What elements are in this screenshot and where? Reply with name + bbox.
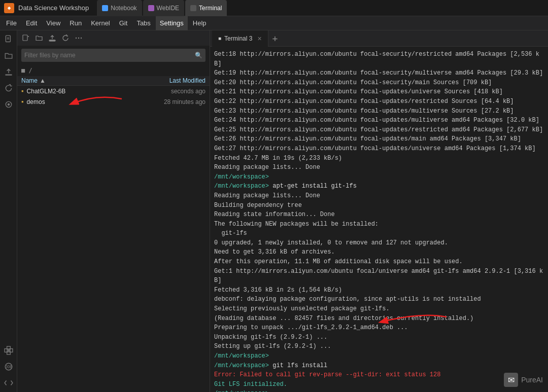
terminal-line: Reading package lists... Done [214, 191, 544, 201]
terminal-tab-icon: ■ [218, 35, 221, 41]
menu-settings[interactable]: Settings [156, 16, 188, 30]
terminal-line: Fetched 3,316 kB in 2s (1,564 kB/s) [214, 286, 544, 295]
file-modified-header[interactable]: Last Modified [140, 77, 206, 84]
terminal-line: Reading package lists... Done [214, 163, 544, 172]
folder-icon-demos: ▪ [21, 98, 24, 105]
search-input[interactable] [24, 52, 195, 59]
file-row-demos[interactable]: ▪ demos 28 minutes ago [17, 96, 210, 107]
svg-rect-3 [5, 75, 12, 76]
webide-icon [148, 5, 154, 11]
menu-file[interactable]: File [2, 16, 21, 30]
file-name-chatglm: ▪ ChatGLM2-6B [21, 87, 140, 95]
terminal-line: Get:23 http://mirrors.aliyun.com/ubuntu … [214, 106, 544, 116]
file-name-header[interactable]: Name ▲ [21, 77, 140, 84]
terminal-line: Get:18 http://mirrors.aliyun.com/ubuntu … [214, 50, 544, 68]
terminal-line: Get:26 http://mirrors.aliyun.com/ubuntu … [214, 134, 544, 144]
terminal-line: Get:22 http://mirrors.aliyun.com/ubuntu … [214, 97, 544, 106]
terminal-line: Get:25 http://mirrors.aliyun.com/ubuntu … [214, 125, 544, 135]
file-row-chatglm[interactable]: ▪ ChatGLM2-6B seconds ago [17, 86, 210, 96]
terminal-icon [190, 5, 196, 11]
terminal-panel: ■ Terminal 3 × + Get:18 http://mirrors.a… [210, 30, 548, 392]
new-file-btn[interactable] [20, 32, 31, 44]
terminal-line: (Reading database ... 82457 files and di… [214, 314, 544, 324]
svg-rect-15 [49, 40, 55, 41]
new-folder-btn[interactable] [33, 32, 45, 44]
upload-btn[interactable] [47, 32, 58, 44]
tab-webide[interactable]: WebIDE [143, 0, 184, 16]
terminal-line: /mnt/workspace> [214, 351, 544, 361]
menu-help[interactable]: Help [189, 16, 211, 30]
file-modified-demos: 28 minutes ago [140, 98, 206, 105]
svg-point-16 [76, 38, 77, 39]
terminal-tab-3[interactable]: ■ Terminal 3 × [212, 30, 268, 47]
upload-icon[interactable] [2, 65, 16, 79]
sidebar: 🔍 ■ / Name ▲ Last Modified ▪ ChatGLM2-6B… [17, 30, 210, 392]
terminal-line: Get:1 http://mirrors.aliyun.com/ubuntu f… [214, 267, 544, 286]
svg-point-18 [81, 38, 82, 39]
app-title: Data Science Workshop [18, 4, 89, 12]
extension-icon[interactable] [2, 343, 16, 358]
search-icon: 🔍 [195, 52, 202, 59]
top-tabs: Notebook WebIDE Terminal [97, 0, 227, 16]
terminal-line: Get:20 http://mirrors.aliyun.com/ubuntu … [214, 78, 544, 88]
menu-edit[interactable]: Edit [22, 16, 41, 30]
menu-run[interactable]: Run [65, 16, 86, 30]
main-layout: JOB [0, 30, 548, 392]
menu-git[interactable]: Git [115, 16, 132, 30]
svg-rect-9 [7, 351, 10, 354]
wechat-icon: ✉ [504, 373, 518, 387]
terminal-line: /mnt/workspace> [214, 172, 544, 182]
app-logo: ◆ [4, 3, 14, 13]
job-icon[interactable]: JOB [2, 360, 16, 374]
filter-icon[interactable] [2, 97, 16, 112]
svg-point-5 [7, 103, 10, 106]
terminal-line: Unpacking git-lfs (2.9.2-1) ... [214, 333, 544, 342]
file-name-demos: ▪ demos [21, 98, 140, 105]
terminal-line: Preparing to unpack .../git-lfs_2.9.2-1_… [214, 323, 544, 333]
left-icon-panel: JOB [0, 30, 17, 392]
file-modified-chatglm: seconds ago [140, 88, 206, 95]
svg-rect-7 [9, 349, 13, 352]
terminal-line: /mnt/workspace> apt-get install git-lfs [214, 182, 544, 191]
terminal-line: Error: Failed to call git rev-parse --gi… [214, 370, 544, 380]
terminal-line: Setting up git-lfs (2.9.2-1) ... [214, 342, 544, 351]
terminal-line: /mnt/workspace> git lfs install [214, 361, 544, 371]
folder-icon-chatglm: ▪ [21, 87, 24, 95]
terminal-line: Get:24 http://mirrors.aliyun.com/ubuntu … [214, 116, 544, 125]
terminal-line: Building dependency tree [214, 201, 544, 210]
terminal-line: 0 upgraded, 1 newly installed, 0 to remo… [214, 238, 544, 248]
terminal-line: Reading state information... Done [214, 210, 544, 220]
svg-rect-8 [7, 346, 10, 350]
terminal-line: Fetched 42.7 MB in 19s (2,233 kB/s) [214, 154, 544, 163]
terminal-line: After this operation, 11.1 MB of additio… [214, 257, 544, 267]
new-folder-icon[interactable] [2, 49, 16, 63]
tab-terminal[interactable]: Terminal [185, 0, 227, 16]
topbar: ◆ Data Science Workshop Notebook WebIDE … [0, 0, 548, 16]
terminal-line: Get:19 http://mirrors.aliyun.com/ubuntu … [214, 68, 544, 78]
terminal-line: The following NEW packages will be insta… [214, 220, 544, 229]
terminal-line: Selecting previously unselected package … [214, 304, 544, 314]
refresh-btn[interactable] [60, 32, 71, 44]
search-box: 🔍 [21, 49, 206, 62]
terminal-add-btn[interactable]: + [268, 33, 282, 44]
terminal-content[interactable]: Get:18 http://mirrors.aliyun.com/ubuntu … [210, 47, 548, 392]
svg-rect-12 [23, 35, 27, 41]
watermark: ✉ PureAI [504, 373, 543, 387]
refresh-icon[interactable] [2, 81, 16, 95]
new-file-icon[interactable] [2, 32, 16, 47]
menubar: File Edit View Run Kernel Git Tabs Setti… [0, 16, 548, 30]
code-icon[interactable] [2, 376, 16, 390]
tab-notebook[interactable]: Notebook [97, 0, 142, 16]
terminal-line: Git LFS initialized. [214, 380, 544, 389]
terminal-line: debconf: delaying package configuration,… [214, 295, 544, 304]
terminal-line: git-lfs [214, 229, 544, 238]
terminal-tab-close[interactable]: × [257, 34, 261, 43]
breadcrumb: ■ / [17, 65, 210, 76]
menu-view[interactable]: View [42, 16, 64, 30]
menu-kernel[interactable]: Kernel [87, 16, 114, 30]
more-btn[interactable] [73, 32, 84, 44]
terminal-line: Get:21 http://mirrors.aliyun.com/ubuntu … [214, 87, 544, 97]
menu-tabs[interactable]: Tabs [132, 16, 154, 30]
svg-text:JOB: JOB [5, 365, 12, 369]
terminal-tabs: ■ Terminal 3 × + [210, 30, 548, 47]
